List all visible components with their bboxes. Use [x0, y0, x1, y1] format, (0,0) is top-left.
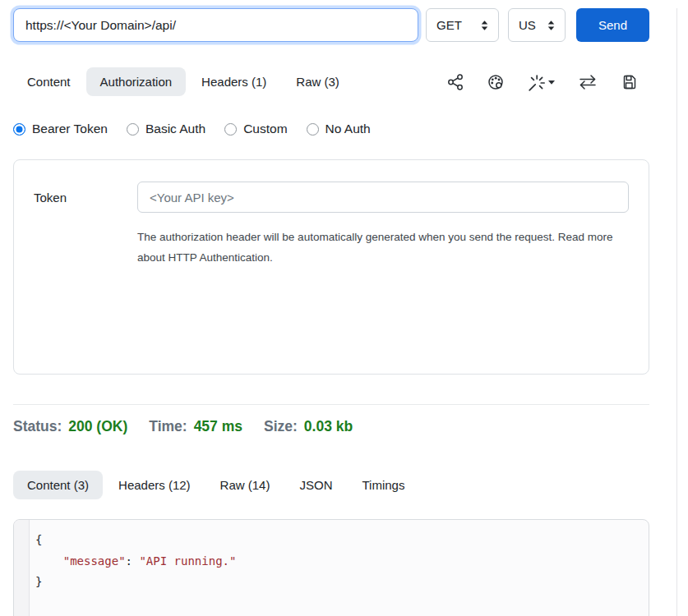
share-icon[interactable]: [446, 73, 464, 91]
toolbar: [446, 73, 649, 91]
swap-arrows-icon[interactable]: [578, 73, 598, 91]
updown-arrows-icon: [481, 20, 488, 31]
region-select-value: US: [519, 18, 536, 32]
response-time: Time: 457 ms: [149, 418, 242, 435]
auth-option-label: Basic Auth: [145, 122, 205, 136]
tab-response-headers[interactable]: Headers (12): [104, 471, 205, 499]
send-button[interactable]: Send: [576, 8, 649, 42]
bearer-token-panel: Token The authorization header will be a…: [13, 159, 649, 375]
auth-option-label: Custom: [243, 122, 287, 136]
time-value: 457 ms: [194, 418, 242, 435]
tab-content[interactable]: Content: [13, 67, 85, 96]
tab-response-timings[interactable]: Timings: [348, 471, 418, 499]
tab-authorization[interactable]: Authorization: [86, 67, 187, 96]
code-gutter: [14, 520, 30, 616]
auth-type-options: Bearer Token Basic Auth Custom No Auth: [13, 122, 649, 136]
save-icon[interactable]: [620, 73, 638, 91]
auth-radio-dot[interactable]: [224, 123, 237, 136]
auth-option-custom[interactable]: Custom: [224, 122, 287, 136]
time-label: Time:: [149, 418, 187, 435]
request-bar: GET US Send: [13, 8, 649, 42]
tab-headers[interactable]: Headers (1): [187, 67, 280, 96]
json-colon: :: [126, 554, 140, 568]
tab-response-json[interactable]: JSON: [285, 471, 346, 499]
json-key: "message": [63, 554, 126, 568]
magic-wand-icon[interactable]: [527, 73, 556, 91]
response-size: Size: 0.03 kb: [264, 418, 353, 435]
tab-response-content[interactable]: Content (3): [13, 471, 103, 499]
tab-response-raw[interactable]: Raw (14): [206, 471, 284, 499]
auth-option-basic-auth[interactable]: Basic Auth: [127, 122, 205, 136]
auth-option-label: No Auth: [326, 122, 371, 136]
caret-down-icon: [547, 78, 556, 86]
auth-option-no-auth[interactable]: No Auth: [307, 122, 371, 136]
size-label: Size:: [264, 418, 298, 435]
json-open-brace: {: [35, 533, 42, 546]
auth-radio-dot[interactable]: [127, 123, 139, 136]
section-divider: [13, 404, 649, 405]
url-input[interactable]: [13, 8, 418, 42]
auth-option-bearer-token[interactable]: Bearer Token: [13, 122, 108, 136]
palette-icon[interactable]: [487, 73, 505, 91]
auth-radio-dot[interactable]: [307, 123, 319, 136]
auth-option-label: Bearer Token: [32, 122, 108, 136]
method-select[interactable]: GET: [426, 8, 499, 42]
response-body-viewer[interactable]: { "message": "API running." }: [13, 519, 649, 616]
tab-raw[interactable]: Raw (3): [282, 67, 353, 96]
token-input[interactable]: [137, 182, 629, 213]
auth-help-text: The authorization header will be automat…: [137, 227, 619, 268]
token-label: Token: [34, 191, 137, 205]
response-json-text: { "message": "API running." }: [14, 520, 649, 601]
json-value: "API running.": [139, 554, 236, 568]
method-select-value: GET: [436, 18, 462, 32]
status-code: Status: 200 (OK): [13, 418, 127, 435]
auth-radio-dot[interactable]: [13, 123, 25, 136]
region-select[interactable]: US: [508, 8, 566, 42]
json-close-brace: }: [35, 575, 42, 588]
response-tabs: Content (3) Headers (12) Raw (14) JSON T…: [13, 471, 649, 499]
json-indent: [35, 554, 63, 568]
response-status-bar: Status: 200 (OK) Time: 457 ms Size: 0.03…: [13, 418, 649, 435]
request-tabs: Content Authorization Headers (1) Raw (3…: [13, 67, 649, 96]
status-label: Status:: [13, 418, 62, 435]
size-value: 0.03 kb: [304, 418, 353, 435]
updown-arrows-icon: [547, 20, 555, 31]
app-window: GET US Send Content Authorization Header…: [0, 8, 688, 616]
scrollbar[interactable]: [676, 8, 677, 616]
status-value: 200 (OK): [68, 418, 127, 435]
